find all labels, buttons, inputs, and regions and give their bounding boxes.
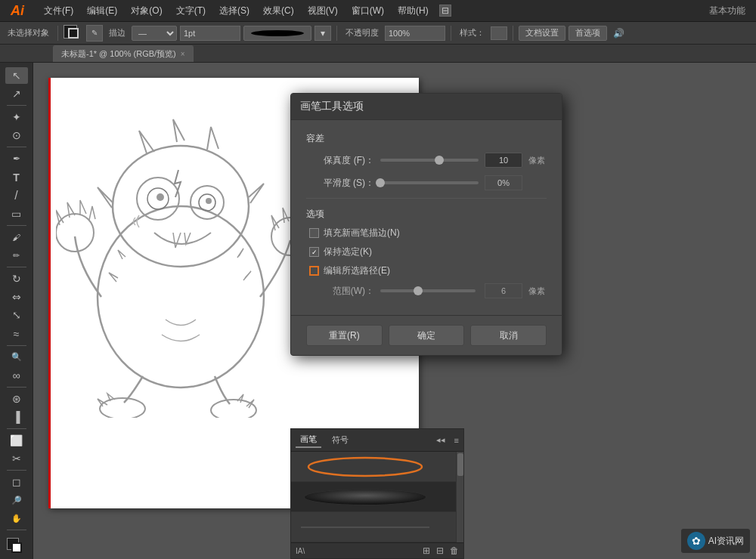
tool-pencil[interactable]: ✏ <box>5 247 28 264</box>
menu-text[interactable]: 文字(T) <box>170 2 212 20</box>
brush-scrollbar-thumb[interactable] <box>457 453 463 476</box>
brush-delete-icon[interactable]: 🗑 <box>450 545 459 556</box>
menu-effect[interactable]: 效果(C) <box>257 2 300 20</box>
left-toolbar: ↖ ↗ ✦ ⊙ ✒ T / ▭ 🖌 ✏ ↻ ⇔ ⤡ ≈ 🔍 ∞ ⊛ ▐ ⬜ ✂ … <box>0 63 33 559</box>
tool-eraser[interactable]: ◻ <box>5 474 28 490</box>
tool-paintbrush[interactable]: 🖌 <box>5 229 28 246</box>
tool-sep-1 <box>7 105 26 106</box>
main-area: ↖ ↗ ✦ ⊙ ✒ T / ▭ 🖌 ✏ ↻ ⇔ ⤡ ≈ 🔍 ∞ ⊛ ▐ ⬜ ✂ … <box>0 63 756 559</box>
tool-artboard[interactable]: ⬜ <box>5 432 28 449</box>
brush-item-1[interactable] <box>291 452 463 482</box>
panel-tab-brush[interactable]: 画笔 <box>296 432 321 448</box>
options-section-label: 选项 <box>306 208 547 221</box>
menu-select[interactable]: 选择(S) <box>213 2 256 20</box>
preferences-btn[interactable]: 首选项 <box>569 26 607 41</box>
tool-scale[interactable]: ⤡ <box>5 307 28 323</box>
menu-file[interactable]: 文件(F) <box>38 2 79 20</box>
tool-lasso[interactable]: ⊙ <box>5 127 28 144</box>
brush-library-icon[interactable]: ⊟ <box>436 545 444 556</box>
svg-point-7 <box>206 198 212 204</box>
app-logo: Ai <box>5 3 30 19</box>
range-unit: 像素 <box>528 286 547 297</box>
smoothness-slider[interactable] <box>380 181 479 184</box>
tool-column-graph[interactable]: ▐ <box>5 409 28 425</box>
ok-btn[interactable]: 确定 <box>389 325 465 346</box>
stroke-preview[interactable] <box>243 26 311 41</box>
keep-selected-row: 保持选定(K) <box>306 246 547 258</box>
panel-menu-icon[interactable]: ≡ <box>454 436 459 445</box>
document-tab[interactable]: 未标题-1* @ 100% (RGB/预览) × <box>53 45 194 62</box>
brush-panel-header: 画笔 符号 ◂◂ ≡ <box>291 429 463 452</box>
opacity-value-box[interactable]: 100% <box>385 26 445 41</box>
panel-collapse-icon[interactable]: ◂◂ <box>436 435 445 445</box>
fill-stroke-row: 填充新画笔描边(N) <box>306 227 547 239</box>
tool-rotate[interactable]: ↻ <box>5 270 28 287</box>
tool-direct-select[interactable]: ↗ <box>5 85 28 102</box>
brush-panel-mode: IA\ <box>296 547 305 555</box>
reset-btn[interactable]: 重置(R) <box>306 325 383 346</box>
canvas-area[interactable]: 画笔工具选项 容差 保真度 (F)： 像素 平滑度 (S <box>33 63 756 559</box>
edit-paths-checkbox[interactable] <box>309 266 319 276</box>
toolbar: 未选择对象 ✎ 描边 — 1pt ▾ 不透明度 100% 样式： 文档设置 首选… <box>0 22 756 45</box>
section-divider <box>306 198 547 199</box>
tool-magic-wand[interactable]: ✦ <box>5 109 28 125</box>
range-slider[interactable] <box>380 289 476 292</box>
tool-select[interactable]: ↖ <box>5 67 28 84</box>
menu-bar: Ai 文件(F) 编辑(E) 对象(O) 文字(T) 选择(S) 效果(C) 视… <box>0 0 756 22</box>
fill-swatch[interactable] <box>64 25 83 42</box>
menu-window[interactable]: 窗口(W) <box>345 2 390 20</box>
menu-object[interactable]: 对象(O) <box>125 2 168 20</box>
tool-line[interactable]: / <box>5 187 28 204</box>
smoothness-value: 0% <box>497 178 510 187</box>
brush-panel-scrollbar[interactable] <box>456 452 463 542</box>
stroke-dropdown-btn[interactable]: ▾ <box>314 26 331 41</box>
tool-blend[interactable]: ∞ <box>5 367 28 384</box>
tool-sep-8 <box>7 470 26 471</box>
svg-point-12 <box>308 458 422 476</box>
cancel-btn[interactable]: 取消 <box>470 325 547 346</box>
brush-item-3[interactable] <box>291 512 463 542</box>
tool-hand[interactable]: ✋ <box>5 510 28 527</box>
svg-point-10 <box>100 398 145 418</box>
smoothness-row: 平滑度 (S)： 0% <box>306 175 547 190</box>
keep-selected-checkbox[interactable] <box>309 247 319 257</box>
tool-fill-stroke[interactable] <box>5 536 28 554</box>
tool-reflect[interactable]: ⇔ <box>5 289 28 305</box>
doc-settings-btn[interactable]: 文档设置 <box>519 26 565 41</box>
brush-tool-options-dialog: 画笔工具选项 容差 保真度 (F)： 像素 平滑度 (S <box>290 93 562 356</box>
menu-view[interactable]: 视图(V) <box>302 2 344 20</box>
fidelity-row: 保真度 (F)： 像素 <box>306 153 547 168</box>
brush-panel-content[interactable] <box>291 452 463 542</box>
fidelity-input[interactable] <box>485 153 522 168</box>
menu-help[interactable]: 帮助(H) <box>392 2 435 20</box>
brush-options-icon[interactable]: ⊞ <box>423 545 430 556</box>
style-swatch[interactable] <box>491 26 507 40</box>
tool-symbol-spray[interactable]: ⊛ <box>5 391 28 407</box>
tab-close-btn[interactable]: × <box>181 50 185 58</box>
range-value: 6 <box>501 286 506 295</box>
toolbar-sep-2 <box>336 26 337 41</box>
tool-slice[interactable]: ✂ <box>5 450 28 467</box>
tool-pen[interactable]: ✒ <box>5 150 28 167</box>
menu-edit[interactable]: 编辑(E) <box>81 2 123 20</box>
stroke-type-select[interactable]: — <box>132 26 177 41</box>
watermark-icon: ✿ <box>687 532 705 550</box>
tool-warp[interactable]: ≈ <box>5 325 28 341</box>
fidelity-slider[interactable] <box>380 159 479 162</box>
brush-panel: 画笔 符号 ◂◂ ≡ <box>290 428 464 559</box>
svg-point-4 <box>156 193 164 201</box>
brush-item-2[interactable] <box>291 482 463 512</box>
tool-type[interactable]: T <box>5 169 28 186</box>
opacity-label: 不透明度 <box>342 27 382 39</box>
tool-sep-2 <box>7 147 26 147</box>
range-row: 范围(W)： 6 像素 <box>306 283 547 298</box>
workspace-icon[interactable]: ⊟ <box>439 5 451 17</box>
tool-eyedropper[interactable]: 🔍 <box>5 348 28 365</box>
sketch-container <box>56 85 313 418</box>
toolbar-speaker-icon[interactable]: 🔊 <box>613 28 624 39</box>
panel-tab-symbol[interactable]: 符号 <box>327 433 353 447</box>
fill-stroke-checkbox[interactable] <box>309 228 319 238</box>
tool-rect[interactable]: ▭ <box>5 205 28 222</box>
tool-zoom[interactable]: 🔎 <box>5 492 28 508</box>
brush-icon[interactable]: ✎ <box>86 25 103 42</box>
